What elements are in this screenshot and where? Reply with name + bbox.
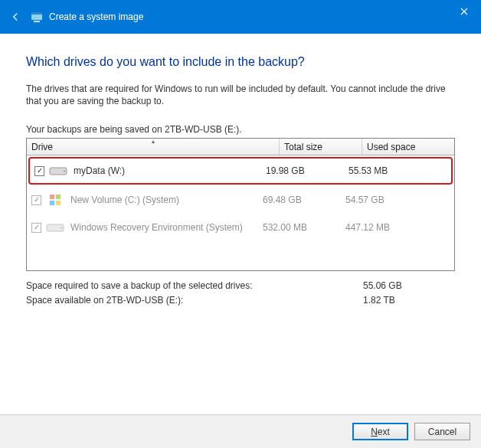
column-header-total[interactable]: Total size xyxy=(280,139,362,155)
column-label: Total size xyxy=(284,142,322,152)
titlebar: Create a system image xyxy=(0,0,481,34)
check-icon: ✓ xyxy=(37,167,43,175)
next-accel: N xyxy=(371,427,378,437)
check-icon: ✓ xyxy=(34,196,40,204)
column-header-drive[interactable]: Drive ▴ xyxy=(27,139,280,155)
drive-name: myData (W:) xyxy=(74,165,125,176)
hdd-icon xyxy=(49,164,67,178)
drive-checkbox: ✓ xyxy=(31,195,41,205)
column-label: Used space xyxy=(367,142,415,152)
drive-name: Windows Recovery Environment (System) xyxy=(70,222,243,233)
summary-label: Space available on 2TB-WD-USB (E:): xyxy=(26,295,363,306)
table-row: ✓ New Volume (C:) (System) 69.48 GB 54.5… xyxy=(27,186,454,214)
drive-checkbox: ✓ xyxy=(31,223,41,233)
cell-total: 69.48 GB xyxy=(263,195,345,205)
description-text: The drives that are required for Windows… xyxy=(26,83,455,107)
page-heading: Which drives do you want to include in t… xyxy=(26,55,455,69)
cell-drive: Windows Recovery Environment (System) xyxy=(46,221,263,234)
table-row: ✓ Windows Recovery Environment (System) … xyxy=(27,214,454,241)
summary-row-required: Space required to save a backup of the s… xyxy=(26,280,455,291)
summary-label: Space required to save a backup of the s… xyxy=(26,280,363,291)
drives-table: Drive ▴ Total size Used space ✓ xyxy=(26,138,455,271)
svg-rect-8 xyxy=(56,201,61,205)
table-header[interactable]: Drive ▴ Total size Used space xyxy=(27,139,454,155)
summary-value: 55.06 GB xyxy=(363,280,440,291)
cell-used: 54.57 GB xyxy=(345,195,436,205)
summary: Space required to save a backup of the s… xyxy=(26,280,455,309)
sort-indicator-icon: ▴ xyxy=(152,138,155,145)
cancel-button[interactable]: Cancel xyxy=(414,423,470,440)
table-row[interactable]: ✓ myData (W:) 19.98 GB 55.53 MB xyxy=(28,157,453,185)
summary-row-available: Space available on 2TB-WD-USB (E:): 1.82… xyxy=(26,295,455,306)
save-location-text: Your backups are being saved on 2TB-WD-U… xyxy=(26,124,455,135)
cancel-label: Cancel xyxy=(428,427,456,437)
window-title: Create a system image xyxy=(49,11,143,22)
cell-drive: myData (W:) xyxy=(49,164,266,178)
cell-total: 19.98 GB xyxy=(266,165,348,176)
next-button[interactable]: Next xyxy=(352,423,408,440)
cell-total: 532.00 MB xyxy=(263,222,345,233)
footer: Next Cancel xyxy=(0,414,481,448)
app-icon xyxy=(31,11,43,23)
summary-value: 1.82 TB xyxy=(363,295,440,306)
next-rest: ext xyxy=(378,427,390,437)
svg-rect-6 xyxy=(56,195,61,199)
cell-used: 447.12 MB xyxy=(345,222,436,233)
column-header-used[interactable]: Used space xyxy=(362,139,453,155)
svg-point-10 xyxy=(61,227,62,229)
table-body: ✓ myData (W:) 19.98 GB 55.53 MB ✓ xyxy=(27,157,454,270)
drive-name: New Volume (C:) (System) xyxy=(70,195,179,205)
check-icon: ✓ xyxy=(34,224,40,231)
svg-rect-5 xyxy=(50,195,54,199)
column-label: Drive xyxy=(31,142,53,152)
hdd-icon xyxy=(46,221,64,234)
content-area: Which drives do you want to include in t… xyxy=(0,34,481,414)
cell-used: 55.53 MB xyxy=(348,165,439,176)
svg-rect-1 xyxy=(31,12,42,15)
svg-rect-2 xyxy=(34,21,40,22)
close-button[interactable] xyxy=(447,0,481,23)
cell-drive: New Volume (C:) (System) xyxy=(46,193,263,207)
windows-drive-icon xyxy=(46,193,64,207)
system-image-wizard: Create a system image Which drives do yo… xyxy=(0,0,481,448)
drive-checkbox[interactable]: ✓ xyxy=(34,166,44,176)
svg-point-4 xyxy=(64,171,65,172)
svg-rect-7 xyxy=(50,201,54,205)
back-button[interactable] xyxy=(0,10,31,24)
